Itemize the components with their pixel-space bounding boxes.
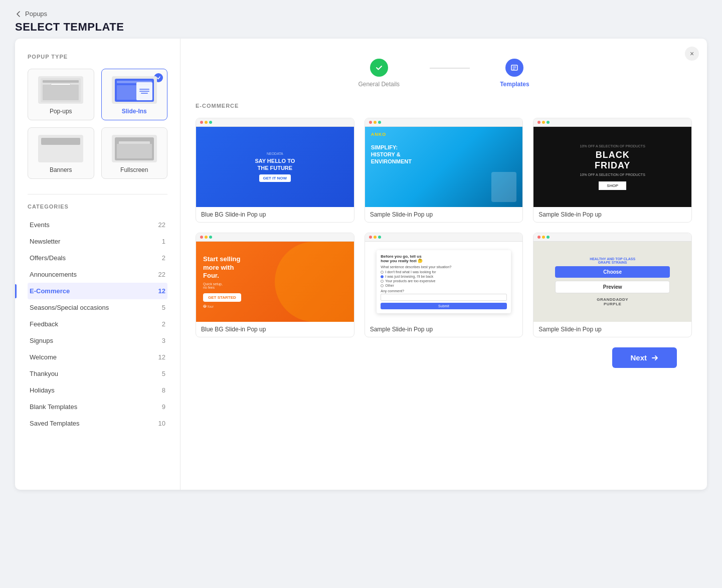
card-preview-1: NEODATA SAY HELLO TOTHE FUTURE GET IT NO… (196, 127, 354, 207)
category-events[interactable]: Events 22 (28, 217, 167, 233)
preview-btn-1[interactable]: Preview (277, 160, 314, 173)
preview-btn-4[interactable]: Preview (277, 275, 314, 288)
popup-type-popups[interactable]: Pop-ups (28, 69, 94, 120)
choose-btn-3[interactable]: Choose (574, 160, 610, 173)
category-list: Events 22 Newsletter 1 Offers/Deals 2 An… (28, 217, 167, 432)
category-announcements[interactable]: Announcements 22 (28, 266, 167, 283)
card-window-bar-1 (196, 118, 354, 127)
card-title-1: Blue BG Slide-in Pop up (196, 207, 354, 222)
step-templates: Templates (500, 59, 529, 88)
step-templates-icon (510, 64, 518, 72)
popups-icon (38, 76, 83, 104)
next-arrow-icon (651, 354, 659, 362)
fullscreen-label: Fullscreen (120, 166, 148, 173)
card-window-bar-2 (365, 118, 523, 127)
category-newsletter[interactable]: Newsletter 1 (28, 233, 167, 250)
card-preview-4: Start sellingmore withFour. Quick setup,… (196, 242, 354, 322)
card-window-bar-3 (533, 118, 691, 127)
template-card-3[interactable]: 10% OFF A SELECTION OF PRODUCTS BLACKFRI… (533, 118, 692, 223)
category-welcome[interactable]: Welcome 12 (28, 349, 167, 365)
category-thankyou[interactable]: Thankyou 5 (28, 365, 167, 382)
card-preview-3: 10% OFF A SELECTION OF PRODUCTS BLACKFRI… (533, 127, 691, 207)
main-content: × General Details (180, 39, 707, 490)
slideins-icon (112, 76, 157, 104)
sidebar: POPUP TYPE Pop-ups (15, 39, 180, 490)
category-feedback[interactable]: Feedback 2 (28, 316, 167, 332)
section-label: E-COMMERCE (196, 103, 692, 109)
choose-btn-2[interactable]: Choose (405, 160, 441, 173)
stepper: General Details Templates (196, 49, 692, 103)
preview-btn-2[interactable]: Preview (446, 160, 482, 173)
arrow-left-icon (15, 11, 22, 18)
card-preview-6: HEALTHY AND TOP CLASSGRAPE STRAINS Choos… (533, 242, 691, 322)
step-templates-circle (505, 59, 523, 77)
bottom-bar: Next (196, 337, 692, 373)
banners-icon (38, 135, 83, 162)
template-card-4[interactable]: Start sellingmore withFour. Quick setup,… (196, 233, 354, 337)
fullscreen-icon (112, 135, 157, 162)
close-button[interactable]: × (685, 47, 699, 61)
card-title-2: Sample Slide-in Pop up (365, 207, 523, 222)
popup-types-grid: Pop-ups (28, 69, 167, 179)
step-general-label: General Details (358, 81, 400, 88)
card-window-bar-6 (533, 233, 691, 242)
card-title-6: Sample Slide-in Pop up (533, 322, 691, 337)
card-window-bar-5 (365, 233, 523, 242)
templates-grid: NEODATA SAY HELLO TOTHE FUTURE GET IT NO… (196, 118, 692, 337)
back-link[interactable]: Popups (15, 10, 47, 18)
divider (28, 194, 167, 194)
banners-label: Banners (50, 166, 72, 173)
card-title-5: Sample Slide-in Pop up (365, 322, 523, 337)
step-general-circle (370, 59, 388, 77)
category-ecommerce[interactable]: E-Commerce 12 (28, 283, 167, 299)
category-seasons[interactable]: Seasons/Special occasions 5 (28, 299, 167, 316)
category-holidays[interactable]: Holidays 8 (28, 382, 167, 399)
template-card-2[interactable]: ANKO SIMPLIFY:HISTORY &ENVIRONMENT Choos… (365, 118, 523, 223)
card-window-bar-4 (196, 233, 354, 242)
card-title-4: Blue BG Slide-in Pop up (196, 322, 354, 337)
template-card-1[interactable]: NEODATA SAY HELLO TOTHE FUTURE GET IT NO… (196, 118, 354, 223)
category-offers[interactable]: Offers/Deals 2 (28, 250, 167, 266)
preview-btn-3[interactable]: Preview (615, 160, 651, 173)
choose-btn-1[interactable]: Choose (236, 160, 272, 173)
card-preview-5: Before you go, tell ushow you really fee… (365, 242, 523, 322)
categories-title: CATEGORIES (28, 204, 167, 210)
step-general: General Details (358, 59, 400, 88)
preview-btn-6[interactable]: Preview (615, 275, 651, 288)
step-connector (430, 68, 470, 69)
next-button[interactable]: Next (612, 347, 677, 368)
page-title: SELECT TEMPLATE (15, 21, 707, 34)
slideins-label: Slide-Ins (122, 108, 147, 115)
popup-type-slideins[interactable]: Slide-Ins (101, 69, 168, 120)
step-templates-label: Templates (500, 81, 529, 88)
card-title-3: Sample Slide-in Pop up (533, 207, 691, 222)
popup-type-title: POPUP TYPE (28, 54, 167, 60)
choose-btn-6[interactable]: Choose (574, 275, 610, 288)
popup-type-banners[interactable]: Banners (28, 127, 94, 179)
step-done-icon (375, 64, 383, 72)
breadcrumb: Popups (15, 10, 707, 18)
popup-type-fullscreen[interactable]: Fullscreen (101, 127, 168, 179)
card-preview-2: ANKO SIMPLIFY:HISTORY &ENVIRONMENT Choos… (365, 127, 523, 207)
template-card-5[interactable]: Before you go, tell ushow you really fee… (365, 233, 523, 337)
category-blank[interactable]: Blank Templates 9 (28, 399, 167, 415)
template-card-6[interactable]: HEALTHY AND TOP CLASSGRAPE STRAINS Choos… (533, 233, 692, 337)
category-saved[interactable]: Saved Templates 10 (28, 415, 167, 432)
category-signups[interactable]: Signups 3 (28, 332, 167, 349)
choose-btn-5[interactable]: Choose (405, 275, 441, 288)
choose-btn-4[interactable]: Choose (236, 275, 272, 288)
preview-btn-5[interactable]: Preview (446, 275, 482, 288)
popups-label: Pop-ups (50, 108, 72, 115)
